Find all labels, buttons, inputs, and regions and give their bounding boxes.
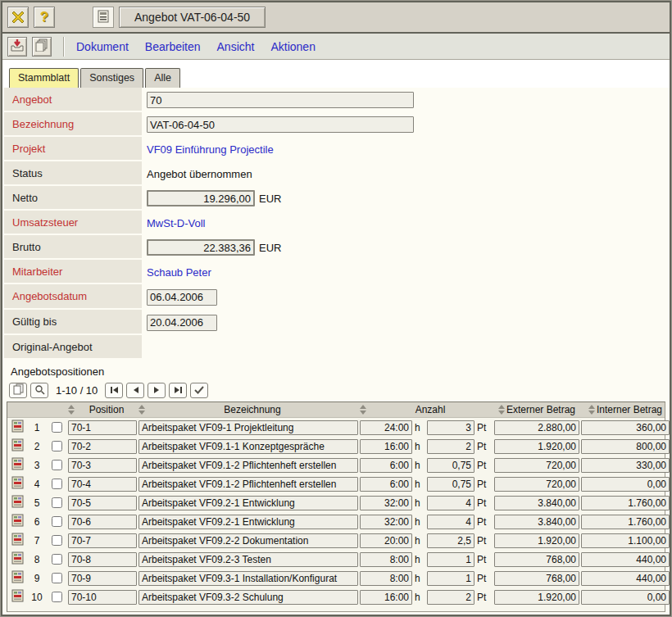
next-page-button[interactable]: [148, 383, 166, 398]
position-input[interactable]: [68, 590, 137, 605]
menu-aktionen[interactable]: Aktionen: [270, 40, 315, 53]
position-input[interactable]: [68, 496, 137, 510]
zeit-input[interactable]: [360, 496, 412, 510]
column-header-externer-betrag[interactable]: Externer Betrag: [494, 404, 579, 415]
zeit-input[interactable]: [360, 515, 412, 529]
position-input[interactable]: [68, 458, 137, 473]
gueltig-bis-input[interactable]: [147, 315, 217, 331]
bezeichnung-input[interactable]: [138, 533, 358, 548]
angebotsdatum-input[interactable]: [147, 289, 217, 306]
position-input[interactable]: [68, 552, 137, 567]
zeit-input[interactable]: [360, 458, 412, 473]
interner-betrag-input[interactable]: [581, 533, 670, 548]
save-button[interactable]: [7, 37, 27, 57]
last-page-button[interactable]: [169, 383, 187, 398]
menu-dokument[interactable]: Dokument: [76, 40, 129, 53]
column-header-bezeichnung[interactable]: Bezeichnung: [138, 404, 358, 415]
externer-betrag-input[interactable]: [494, 420, 579, 435]
position-input[interactable]: [68, 420, 137, 435]
bezeichnung-input[interactable]: [138, 571, 358, 586]
help-button[interactable]: ?: [34, 7, 55, 28]
prev-page-button[interactable]: [126, 383, 144, 398]
netto-input[interactable]: [147, 190, 255, 206]
close-button[interactable]: [7, 7, 29, 28]
open-position-button[interactable]: [7, 514, 27, 529]
tab-alle[interactable]: Alle: [145, 68, 180, 88]
zeit-input[interactable]: [360, 571, 412, 586]
menu-ansicht[interactable]: Ansicht: [217, 40, 255, 53]
bezeichnung-input[interactable]: [147, 116, 414, 133]
open-position-button[interactable]: [7, 533, 27, 548]
position-input[interactable]: [68, 571, 137, 586]
anzahl-input[interactable]: [427, 552, 474, 567]
row-checkbox[interactable]: [52, 441, 62, 451]
row-checkbox[interactable]: [52, 460, 62, 470]
anzahl-input[interactable]: [427, 439, 474, 454]
position-input[interactable]: [68, 515, 137, 529]
row-checkbox[interactable]: [52, 497, 62, 508]
mitarbeiter-link[interactable]: Schaub Peter: [147, 266, 211, 279]
sort-icon[interactable]: [498, 405, 505, 415]
anzahl-input[interactable]: [427, 420, 474, 435]
tab-sonstiges[interactable]: Sonstiges: [80, 68, 143, 88]
open-position-button[interactable]: [7, 420, 27, 435]
externer-betrag-input[interactable]: [494, 590, 579, 605]
externer-betrag-input[interactable]: [494, 477, 579, 492]
zeit-input[interactable]: [360, 477, 412, 492]
bezeichnung-input[interactable]: [138, 439, 358, 454]
copy-document-button[interactable]: [32, 37, 52, 57]
row-checkbox[interactable]: [52, 554, 62, 565]
externer-betrag-input[interactable]: [494, 458, 579, 473]
first-page-button[interactable]: [105, 383, 123, 398]
bezeichnung-input[interactable]: [138, 458, 358, 473]
open-position-button[interactable]: [7, 495, 27, 510]
bezeichnung-input[interactable]: [138, 590, 358, 605]
bezeichnung-input[interactable]: [138, 515, 358, 529]
interner-betrag-input[interactable]: [581, 477, 670, 492]
interner-betrag-input[interactable]: [581, 571, 670, 586]
anzahl-input[interactable]: [427, 590, 474, 605]
position-input[interactable]: [68, 477, 137, 492]
copy-positions-button[interactable]: [9, 383, 27, 398]
open-position-button[interactable]: [7, 476, 27, 492]
row-checkbox[interactable]: [52, 592, 62, 602]
document-type-button[interactable]: [93, 7, 114, 28]
open-position-button[interactable]: [7, 438, 27, 454]
anzahl-input[interactable]: [427, 571, 474, 586]
zeit-input[interactable]: [360, 533, 412, 548]
interner-betrag-input[interactable]: [581, 496, 670, 510]
row-checkbox[interactable]: [52, 516, 62, 527]
externer-betrag-input[interactable]: [494, 496, 579, 510]
brutto-input[interactable]: [147, 239, 255, 256]
column-header-interner-betrag[interactable]: Interner Betrag: [581, 404, 670, 415]
interner-betrag-input[interactable]: [581, 420, 670, 435]
bezeichnung-input[interactable]: [138, 477, 358, 492]
zeit-input[interactable]: [360, 590, 412, 605]
bezeichnung-input[interactable]: [138, 552, 358, 567]
externer-betrag-input[interactable]: [494, 515, 579, 529]
zeit-input[interactable]: [360, 420, 412, 435]
menu-bearbeiten[interactable]: Bearbeiten: [145, 40, 201, 53]
zeit-input[interactable]: [360, 552, 412, 567]
angebot-input[interactable]: [147, 92, 414, 108]
row-checkbox[interactable]: [52, 422, 62, 433]
anzahl-input[interactable]: [427, 477, 474, 492]
anzahl-input[interactable]: [427, 515, 474, 529]
tab-stammblatt[interactable]: Stammblatt: [9, 68, 79, 88]
projekt-link[interactable]: VF09 Einführung Projectile: [147, 143, 274, 156]
externer-betrag-input[interactable]: [494, 552, 579, 567]
column-header-anzahl[interactable]: Anzahl: [360, 404, 493, 415]
position-input[interactable]: [68, 439, 137, 454]
open-position-button[interactable]: [7, 457, 27, 473]
interner-betrag-input[interactable]: [581, 515, 670, 529]
interner-betrag-input[interactable]: [581, 458, 670, 473]
sort-icon[interactable]: [360, 405, 366, 415]
open-position-button[interactable]: [7, 589, 27, 605]
sort-icon[interactable]: [138, 405, 145, 415]
externer-betrag-input[interactable]: [494, 533, 579, 548]
sort-icon[interactable]: [588, 405, 595, 415]
externer-betrag-input[interactable]: [494, 439, 579, 454]
interner-betrag-input[interactable]: [581, 590, 670, 605]
open-position-button[interactable]: [7, 570, 27, 586]
anzahl-input[interactable]: [427, 496, 474, 510]
